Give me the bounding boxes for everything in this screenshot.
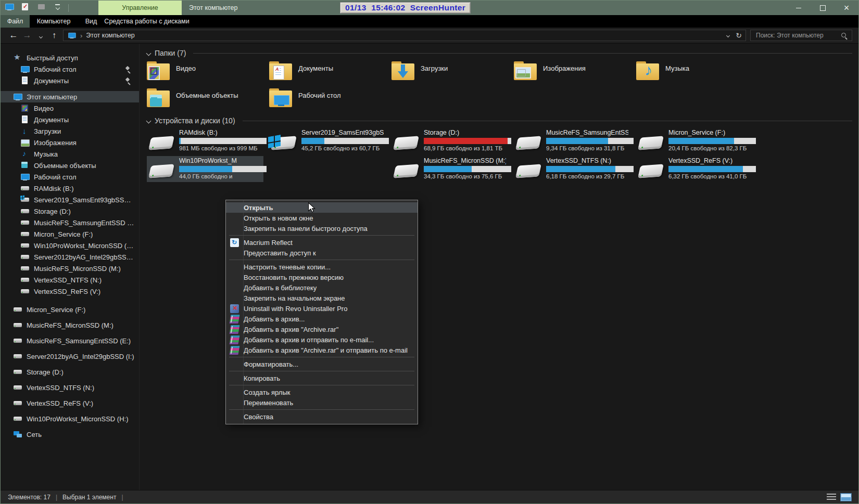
sidebar-item[interactable]: Server2019_SamsEnt93gbSSD (C:) — [1, 194, 139, 205]
section-title[interactable]: Папки (7) — [155, 49, 186, 57]
context-menu-item[interactable]: Настроить теневые копии... — [226, 262, 418, 272]
folder-tile[interactable]: Документы — [269, 60, 391, 86]
address-bar[interactable]: Этот компьютер — [63, 30, 746, 41]
folder-tile[interactable]: Видео — [147, 60, 269, 86]
revo-icon — [230, 304, 239, 313]
drive-tile[interactable]: RAMdisk (B:) 981 МБ свободно из 999 МБ — [147, 128, 263, 154]
sidebar-item-this-pc[interactable]: Этот компьютер — [1, 91, 139, 102]
drive-tile[interactable]: VertexSSD_NTFS (N:) 6,18 ГБ свободно из … — [514, 156, 630, 182]
folder-tile[interactable]: Музыка — [636, 60, 759, 86]
drive-tile[interactable]: MusicReFS_SamsungEntSSD (E:) 9,34 ГБ сво… — [514, 128, 630, 154]
folder-tile[interactable]: Рабочий стол — [269, 87, 391, 113]
context-menu-item[interactable]: Закрепить на начальном экране — [226, 293, 418, 303]
sidebar-item[interactable]: Win10ProWorkst_MicronSSD (H:) — [1, 411, 139, 427]
drive-tile[interactable]: Server2019_SamsEnt93gbSSD (C:) 45,2 ГБ с… — [269, 128, 386, 154]
address-dropdown-chevron-icon[interactable] — [726, 33, 730, 37]
drive-tile[interactable]: VertexSSD_ReFS (V:) 6,32 ГБ свободно из … — [636, 156, 753, 182]
sidebar-item[interactable]: Storage (D:) — [1, 205, 139, 217]
ribbon-tab[interactable]: Файл — [1, 15, 30, 28]
sidebar-item[interactable]: Загрузки — [1, 125, 139, 137]
context-menu-item[interactable]: Добавить в архив "Archive.rar" и отправи… — [226, 345, 418, 355]
hdd-icon — [20, 287, 30, 295]
sidebar-item[interactable]: Рабочий стол — [1, 171, 139, 183]
drive-tile[interactable]: MusicReFS_MicronSSD (M:) 34,3 ГБ свободн… — [391, 156, 508, 182]
qat-customize-chevron-icon[interactable] — [53, 3, 67, 13]
recent-locations-chevron-icon[interactable] — [34, 31, 47, 40]
qat-this-pc-icon[interactable] — [5, 3, 18, 13]
qat-properties-icon[interactable] — [21, 3, 34, 13]
contextual-tab-group[interactable]: Управление — [98, 1, 182, 15]
context-menu-item[interactable]: Добавить в архив и отправить по e-mail..… — [226, 334, 418, 345]
minimize-button[interactable] — [787, 1, 811, 15]
search-box[interactable] — [750, 30, 852, 41]
ribbon-tab[interactable]: Вид — [78, 15, 105, 28]
up-icon[interactable] — [47, 31, 61, 40]
collapse-chevron-icon[interactable] — [146, 50, 151, 56]
search-input[interactable] — [755, 31, 838, 40]
breadcrumb[interactable]: Этот компьютер — [86, 32, 134, 39]
context-menu-item[interactable]: Добавить в архив... — [226, 314, 418, 324]
context-menu-item[interactable]: Uninstall with Revo Uninstaller Pro — [226, 303, 418, 314]
sidebar-item[interactable]: Документы — [1, 75, 139, 86]
sidebar-item[interactable]: MusicReFS_SamsungEntSSD (E:) — [1, 217, 139, 228]
sidebar-item[interactable]: MusicReFS_MicronSSD (M:) — [1, 263, 139, 274]
menu-item-open[interactable]: Открыть — [226, 202, 418, 213]
context-menu-item[interactable]: Копировать — [226, 373, 418, 383]
sidebar-item[interactable]: VertexSSD_NTFS (N:) — [1, 274, 139, 286]
folder-tile[interactable]: Загрузки — [391, 60, 514, 86]
sidebar-item[interactable]: Документы — [1, 114, 139, 125]
maximize-button[interactable] — [811, 1, 835, 15]
sidebar-item[interactable]: MusicReFS_MicronSSD (M:) — [1, 317, 139, 333]
context-menu-item[interactable]: Открыть в новом окне — [226, 213, 418, 223]
sidebar-item[interactable]: Server2012byAG_Intel29gbSSD (I:) — [1, 251, 139, 263]
sidebar-item[interactable]: Win10ProWorkst_MicronSSD (H:) — [1, 240, 139, 251]
capacity-bar — [424, 138, 511, 144]
prop-icon — [21, 3, 30, 11]
context-menu-item[interactable]: Форматировать... — [226, 359, 418, 369]
details-view-icon[interactable] — [827, 494, 836, 500]
sidebar-item[interactable]: Micron_Service (F:) — [1, 302, 139, 317]
sidebar-item[interactable]: Server2012byAG_Intel29gbSSD (I:) — [1, 348, 139, 364]
context-menu-item[interactable]: Добавить в библиотеку — [226, 282, 418, 293]
folder-tile[interactable]: Объемные объекты — [147, 87, 269, 113]
large-icons-view-icon[interactable] — [841, 494, 851, 501]
refresh-icon[interactable] — [736, 31, 742, 40]
context-menu-item[interactable]: Создать ярлык — [226, 387, 418, 397]
back-icon[interactable] — [7, 30, 20, 41]
sidebar-item[interactable]: MusicReFS_SamsungEntSSD (E:) — [1, 333, 139, 348]
sidebar-item[interactable]: Музыка — [1, 148, 139, 160]
ribbon-tab[interactable]: Средства работы с дисками — [105, 15, 189, 28]
qat-new-folder-icon[interactable] — [37, 3, 50, 13]
sidebar-item[interactable]: Сеть — [1, 427, 139, 442]
sidebar-item[interactable]: VertexSSD_ReFS (V:) — [1, 286, 139, 297]
sidebar-item[interactable]: Storage (D:) — [1, 364, 139, 380]
sidebar-item[interactable]: Быстрый доступ — [1, 52, 139, 63]
sidebar-item[interactable]: Рабочий стол — [1, 63, 139, 75]
pc-icon — [13, 93, 22, 101]
folder-tile[interactable]: Изображения — [514, 60, 636, 86]
context-menu-item[interactable]: Восстановить прежнюю версию — [226, 272, 418, 282]
search-icon[interactable] — [841, 32, 848, 39]
sidebar-item[interactable]: Изображения — [1, 137, 139, 148]
section-title[interactable]: Устройства и диски (10) — [155, 117, 235, 125]
hddos-icon — [20, 196, 30, 204]
context-menu-item[interactable]: Переименовать — [226, 397, 418, 408]
sidebar-item[interactable]: VertexSSD_NTFS (N:) — [1, 380, 139, 395]
forward-icon[interactable] — [20, 30, 34, 41]
ribbon-tab[interactable]: Компьютер — [30, 15, 78, 28]
context-menu-item[interactable]: Предоставить доступ к — [226, 248, 418, 258]
drive-tile[interactable]: Micron_Service (F:) 20,4 ГБ свободно из … — [636, 128, 753, 154]
collapse-chevron-icon[interactable] — [146, 118, 151, 123]
sidebar-item[interactable]: Объемные объекты — [1, 160, 139, 171]
close-button[interactable] — [835, 1, 858, 15]
drive-tile[interactable]: Storage (D:) 68,9 ГБ свободно из 1,81 ТБ — [391, 128, 508, 154]
context-menu-item[interactable]: Macrium Reflect — [226, 237, 418, 248]
sidebar-item[interactable]: Видео — [1, 102, 139, 114]
context-menu-item[interactable]: Закрепить на панели быстрого доступа — [226, 223, 418, 234]
context-menu-item[interactable]: Добавить в архив "Archive.rar" — [226, 324, 418, 334]
sidebar-item[interactable]: RAMdisk (B:) — [1, 183, 139, 194]
sidebar-item[interactable]: Micron_Service (F:) — [1, 228, 139, 240]
context-menu-item[interactable]: Свойства — [226, 411, 418, 422]
drive-tile-selected[interactable]: Win10ProWorkst_M 44,0 ГБ свободно и — [147, 156, 263, 182]
sidebar-item[interactable]: VertexSSD_ReFS (V:) — [1, 395, 139, 411]
